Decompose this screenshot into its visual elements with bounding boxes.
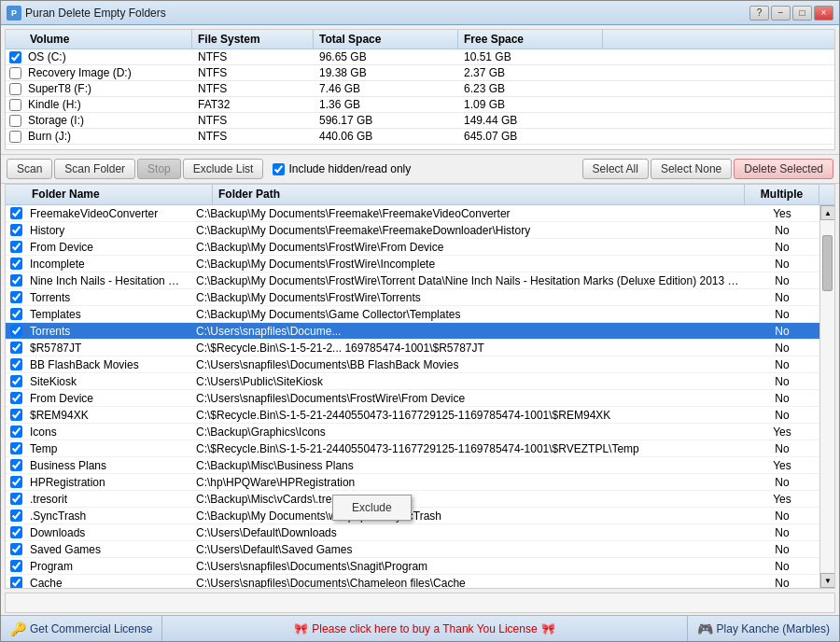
folder-row[interactable]: HPRegistration C:\hp\HPQWare\HPRegistrat…	[6, 474, 819, 491]
game-text[interactable]: Play Kanche (Marbles)	[717, 622, 830, 635]
folder-row[interactable]: SiteKiosk C:\Users\Public\SiteKiosk No	[6, 373, 819, 390]
folder-checkbox[interactable]	[10, 577, 22, 588]
folder-name: From Device	[26, 392, 192, 405]
folder-checkbox[interactable]	[10, 526, 22, 538]
folder-checkbox[interactable]	[10, 442, 22, 454]
folder-row[interactable]: Business Plans C:\Backup\Misc\Business P…	[6, 457, 819, 474]
folder-checkbox[interactable]	[10, 308, 22, 320]
folder-row[interactable]: Torrents C:\Backup\My Documents\FrostWir…	[6, 289, 819, 306]
folder-row[interactable]: Torrents C:\Users\snapfiles\Docume... No	[6, 323, 819, 340]
folder-checkbox[interactable]	[10, 560, 22, 572]
folder-row[interactable]: Templates C:\Backup\My Documents\Game Co…	[6, 306, 819, 323]
folder-path: C:\Backup\My Documents\wallpapers\.SyncT…	[192, 509, 745, 523]
folder-row[interactable]: From Device C:\Backup\My Documents\Frost…	[6, 239, 819, 256]
maximize-button[interactable]: □	[792, 6, 812, 21]
help-button[interactable]: ?	[749, 6, 769, 21]
folder-row[interactable]: .SyncTrash C:\Backup\My Documents\wallpa…	[6, 508, 819, 524]
folder-row[interactable]: Nine Inch Nails - Hesitation Marks... C:…	[6, 272, 819, 289]
folder-name: .tresorit	[26, 493, 192, 506]
folder-checkbox[interactable]	[10, 207, 22, 219]
folder-row[interactable]: $REM94XK C:\$Recycle.Bin\S-1-5-21-244055…	[6, 407, 819, 424]
folder-checkbox[interactable]	[10, 392, 22, 404]
folder-row[interactable]: Icons C:\Backup\Graphics\Icons Yes	[6, 424, 819, 440]
volume-checkbox[interactable]	[9, 51, 21, 63]
folder-checkbox[interactable]	[10, 274, 22, 286]
folder-checkbox[interactable]	[10, 358, 22, 370]
bow-icon-1: 🎀	[294, 622, 308, 635]
volume-checkbox[interactable]	[9, 115, 21, 127]
folder-row[interactable]: Downloads C:\Users\Default\Downloads No	[6, 524, 819, 541]
exclude-list-button[interactable]: Exclude List	[183, 159, 264, 179]
folder-multiple: No	[745, 241, 819, 254]
include-hidden-checkbox[interactable]	[273, 163, 285, 175]
delete-selected-button[interactable]: Delete Selected	[734, 159, 833, 179]
context-item-exclude[interactable]: Exclude	[333, 497, 411, 518]
folder-checkbox[interactable]	[10, 375, 22, 387]
stop-button[interactable]: Stop	[137, 159, 181, 179]
scan-button[interactable]: Scan	[7, 159, 52, 179]
folder-checkbox[interactable]	[10, 409, 22, 421]
folder-multiple: No	[745, 560, 819, 573]
folder-row[interactable]: Program C:\Users\snapfiles\Documents\Sna…	[6, 558, 819, 575]
folders-scrollbar[interactable]: ▲ ▼	[819, 205, 834, 588]
folder-row[interactable]: Incomplete C:\Backup\My Documents\FrostW…	[6, 256, 819, 272]
folder-name: Cache	[26, 577, 192, 589]
window-controls: ? − □ ×	[749, 6, 833, 21]
folder-path: C:\Users\Public\SiteKiosk	[192, 375, 745, 388]
folder-multiple: No	[745, 509, 819, 523]
select-none-button[interactable]: Select None	[651, 159, 732, 179]
folder-checkbox[interactable]	[10, 509, 22, 522]
folder-checkbox[interactable]	[10, 224, 22, 236]
volume-checkbox[interactable]	[9, 99, 21, 111]
folder-row[interactable]: History C:\Backup\My Documents\Freemake\…	[6, 222, 819, 239]
scrollbar-thumb[interactable]	[822, 235, 833, 291]
folder-row[interactable]: $R5787JT C:\$Recycle.Bin\S-1-5-21-2... 1…	[6, 340, 819, 356]
folder-checkbox[interactable]	[10, 476, 22, 488]
folder-multiple: No	[745, 526, 819, 539]
scan-folder-button[interactable]: Scan Folder	[54, 159, 135, 179]
folder-row[interactable]: From Device C:\Users\snapfiles\Documents…	[6, 390, 819, 407]
include-hidden-checkbox-label[interactable]: Include hidden/read only	[265, 162, 418, 175]
close-button[interactable]: ×	[814, 6, 833, 21]
scroll-up-arrow[interactable]: ▲	[820, 205, 834, 220]
folder-checkbox[interactable]	[10, 459, 22, 471]
volume-row: Storage (I:) NTFS 596.17 GB 149.44 GB	[6, 113, 834, 129]
folder-multiple: No	[745, 577, 819, 589]
folder-name: SiteKiosk	[26, 375, 192, 388]
volume-name: Burn (J:)	[24, 130, 192, 143]
volume-checkbox[interactable]	[9, 67, 21, 79]
folder-checkbox[interactable]	[10, 426, 22, 438]
select-all-button[interactable]: Select All	[582, 159, 649, 179]
folder-name: Incomplete	[26, 258, 192, 271]
title-bar: P Puran Delete Empty Folders ? − □ ×	[1, 1, 839, 25]
folder-checkbox[interactable]	[10, 258, 22, 270]
game-section: 🎮 Play Kanche (Marbles)	[688, 616, 839, 641]
folder-row[interactable]: .tresorit C:\Backup\Misc\vCards\.tresori…	[6, 491, 819, 508]
folder-checkbox[interactable]	[10, 493, 22, 505]
folder-multiple: Yes	[745, 207, 819, 220]
folder-row[interactable]: Temp C:\$Recycle.Bin\S-1-5-21-2440550473…	[6, 440, 819, 457]
folder-checkbox[interactable]	[10, 241, 22, 253]
folder-checkbox[interactable]	[10, 342, 22, 354]
folder-checkbox[interactable]	[10, 291, 22, 303]
folder-row[interactable]: BB FlashBack Movies C:\Users\snapfiles\D…	[6, 356, 819, 373]
volume-checkbox[interactable]	[9, 83, 21, 95]
minimize-button[interactable]: −	[771, 6, 791, 21]
folder-row[interactable]: Cache C:\Users\snapfiles\Documents\Chame…	[6, 575, 819, 588]
scroll-down-arrow[interactable]: ▼	[820, 573, 834, 588]
volume-checkbox[interactable]	[9, 131, 21, 143]
folder-checkbox[interactable]	[10, 325, 22, 337]
volume-filesystem: NTFS	[192, 50, 314, 63]
thank-you-text[interactable]: Please click here to buy a Thank You Lic…	[312, 622, 537, 635]
volume-filesystem: NTFS	[192, 82, 314, 95]
folder-path: C:\Backup\My Documents\FrostWire\From De…	[192, 241, 745, 254]
folder-checkbox[interactable]	[10, 543, 22, 555]
folder-path: C:\Backup\My Documents\Game Collector\Te…	[192, 308, 745, 321]
folder-path: C:\hp\HPQWare\HPRegistration	[192, 476, 745, 489]
volume-row: Recovery Image (D:) NTFS 19.38 GB 2.37 G…	[6, 65, 834, 81]
folder-name: $R5787JT	[26, 342, 192, 355]
folder-row[interactable]: Saved Games C:\Users\Default\Saved Games…	[6, 541, 819, 558]
folder-path: C:\Users\snapfiles\Documents\Chameleon f…	[192, 577, 745, 589]
folder-row[interactable]: FreemakeVideoConverter C:\Backup\My Docu…	[6, 205, 819, 222]
license-text[interactable]: Get Commercial License	[30, 622, 152, 635]
